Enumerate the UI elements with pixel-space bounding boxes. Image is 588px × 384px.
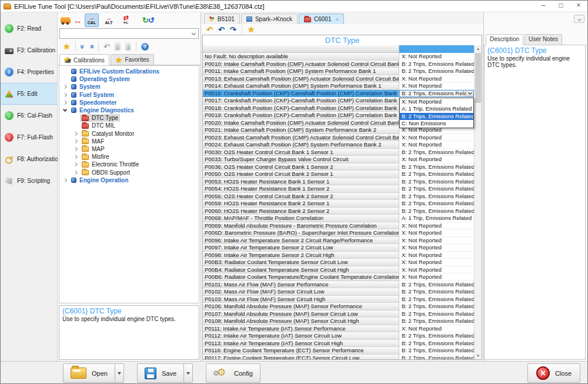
tab-favorites[interactable]: ★Favorites [111, 54, 154, 65]
dtc-row-label[interactable]: P0097: Intake Air Temperature Sensor 2 C… [203, 244, 399, 252]
tree-item-dtc-mil[interactable]: DTC MIL [59, 122, 199, 129]
tree-item-map[interactable]: MAP [59, 145, 199, 153]
dtc-row[interactable]: P0108: Manifold Absolute Pressure (MAP) … [203, 318, 474, 325]
dtc-row-value[interactable]: X: Not Reported [399, 273, 474, 281]
dtc-row-label[interactable]: P0016: Crankshaft Position (CKP)-Camshaf… [203, 90, 399, 98]
grid-header-label-column[interactable] [203, 45, 399, 53]
dtc-row-value[interactable]: B: 2 Trips, Emissions Related [399, 340, 474, 348]
grid-header-value-column[interactable]: . [399, 45, 474, 53]
calibration-search-combobox[interactable] [59, 28, 199, 39]
tree-item-efilive-custom-calibrations[interactable]: EFILive Custom Calibrations [59, 68, 199, 75]
compare-plusminus-button[interactable]: ⇄ +/- [119, 14, 133, 27]
dtc-row-value[interactable]: X: Not Reported [399, 156, 474, 163]
tree-item-electronic-throttle[interactable]: Electronic Throttle [59, 161, 199, 168]
dtc-row[interactable]: P0011: Intake Camshaft Position (CMP) Sy… [203, 68, 474, 75]
dtc-row-value[interactable]: B: 2 Trips, Emissions Related [399, 163, 474, 171]
dtc-row-label[interactable]: P0098: Intake Air Temperature Sensor 2 C… [203, 252, 399, 259]
dtc-row-value[interactable]: X: Not Reported [399, 222, 474, 230]
tree-item-fuel-system[interactable]: Fuel System [59, 91, 199, 99]
tree-item-speedometer[interactable]: Speedometer [59, 99, 199, 106]
dtc-row-value[interactable]: X: Not Reported [399, 141, 474, 149]
sidebar-item-f4-properties[interactable]: F4: Properties [1, 61, 57, 83]
dtc-row[interactable]: P0036: O2S Heater Control Circuit Bank 1… [203, 163, 474, 171]
dtc-row-value[interactable]: X: Not Reported [399, 252, 474, 259]
tree-item-engine-operation[interactable]: Engine Operation [59, 176, 199, 184]
scrollbar-thumb[interactable] [475, 53, 481, 103]
alt-view-button[interactable]: → ALT [102, 14, 116, 27]
dtc-row-label[interactable]: P006D: Barometric Pressure (BARO) - Supe… [203, 229, 399, 237]
dtc-row-value[interactable]: B: 2 Trips, Emissions Related [399, 171, 474, 178]
dtc-row-label[interactable]: P0111: Intake Air Temperature (IAT) Sens… [203, 325, 399, 333]
close-button[interactable]: Close [527, 363, 580, 383]
cal-view-button[interactable]: → CAL [85, 14, 99, 27]
dropdown-option[interactable]: C: Non Emissions [400, 120, 473, 128]
dtc-row[interactable]: P00B4: Radiator Coolant Temperature Sens… [203, 266, 474, 274]
scroll-up-icon[interactable]: ▲ [475, 45, 482, 52]
dtc-row-value[interactable]: X: Not Reported [399, 259, 474, 266]
dtc-row[interactable]: P0033: Turbo/Super Charger Bypass Valve … [203, 156, 474, 163]
favorites-star-icon[interactable]: ★ [248, 25, 255, 34]
dtc-row-value[interactable]: X: Not Reported [399, 237, 474, 245]
dtc-row[interactable]: P0112: Intake Air Temperature (IAT) Sens… [203, 332, 474, 340]
dtc-row-label[interactable]: P0103: Mass Air Flow (MAF) Sensor Circui… [203, 296, 399, 303]
dtc-row-label[interactable]: P00B4: Radiator Coolant Temperature Sens… [203, 266, 399, 274]
dtc-row-value[interactable]: B: 2 Trips, Emissions Related [399, 68, 474, 75]
close-tab-icon[interactable]: × [335, 16, 338, 22]
dtc-row-value[interactable]: B: 2 Trips, Emissions Related [399, 208, 474, 215]
dtc-row[interactable]: P0113: Intake Air Temperature (IAT) Sens… [203, 340, 474, 348]
dtc-type-combobox[interactable]: B: 2 Trips, Emissions Related [399, 90, 474, 98]
copy-to-tune-icon[interactable]: ↓ [115, 42, 121, 51]
dtc-row[interactable]: P0068: MAP/MAF - Throttle Position Corre… [203, 215, 474, 222]
chevron-down-icon[interactable] [466, 91, 473, 97]
dtc-row[interactable]: P006D: Barometric Pressure (BARO) - Supe… [203, 229, 474, 237]
tree-item-operating-system[interactable]: Operating System [59, 75, 199, 83]
dtc-row-label[interactable]: P0112: Intake Air Temperature (IAT) Sens… [203, 332, 399, 340]
tab-user-notes[interactable]: User Notes [524, 34, 562, 45]
dtc-row[interactable]: P0117: Engine Coolant Temperature (ECT) … [203, 355, 474, 360]
dtc-row-label[interactable]: No Fault: No description available [203, 53, 399, 61]
dtc-row-label[interactable]: P0107: Manifold Absolute Pressure (MAP) … [203, 310, 399, 318]
dtc-row-value[interactable]: B: 2 Trips, Emissions Related [399, 193, 474, 201]
dtc-row-label[interactable]: P0102: Mass Air Flow (MAF) Sensor Circui… [203, 288, 399, 296]
sidebar-item-f8-authorization[interactable]: F8: Authorization [1, 148, 57, 170]
dtc-row-value[interactable]: X: Not Reported [399, 53, 474, 61]
tab-description[interactable]: Description [486, 34, 523, 45]
dtc-row[interactable]: P0116: Engine Coolant Temperature (ECT) … [203, 347, 474, 355]
sidebar-item-f7-full-flash[interactable]: F7: Full-Flash [1, 126, 57, 148]
close-window-button[interactable]: × [570, 1, 587, 12]
dtc-row-label[interactable]: P0054: HO2S Heater Resistance Bank 1 Sen… [203, 185, 399, 193]
dtc-row[interactable]: P0024: Exhaust Camshaft Position (CMP) S… [203, 141, 474, 149]
dtc-row[interactable]: P0059: HO2S Heater Resistance Bank 2 Sen… [203, 200, 474, 208]
dropdown-option[interactable]: X: Not Reported [400, 98, 473, 106]
dtc-row[interactable]: P0014: Exhaust Camshaft Position (CMP) S… [203, 82, 474, 90]
tab-calibrations[interactable]: Calibrations [59, 54, 109, 65]
dtc-row-value[interactable]: B: 2 Trips, Emissions Related [399, 318, 474, 325]
dtc-row-label[interactable]: P00B6: Radiator Coolant Temperature/Engi… [203, 273, 399, 281]
dtc-row[interactable]: P0102: Mass Air Flow (MAF) Sensor Circui… [203, 288, 474, 296]
undo-icon[interactable]: ↶ [103, 42, 110, 51]
save-dropdown-button[interactable] [184, 363, 193, 383]
dtc-row[interactable]: P0101: Mass Air Flow (MAF) Sensor Perfor… [203, 281, 474, 289]
dtc-row-label[interactable]: P0010: Intake Camshaft Position (CMP) Ac… [203, 61, 399, 68]
dtc-row[interactable]: P0107: Manifold Absolute Pressure (MAP) … [203, 310, 474, 318]
tree-item-maf[interactable]: MAF [59, 138, 199, 145]
dtc-row[interactable]: P0054: HO2S Heater Resistance Bank 1 Sen… [203, 185, 474, 193]
dtc-row-label[interactable]: P0036: O2S Heater Control Circuit Bank 1… [203, 163, 399, 171]
dtc-row-label[interactable]: P0014: Exhaust Camshaft Position (CMP) S… [203, 82, 399, 90]
dtc-row-value[interactable]: X: Not Reported [399, 244, 474, 252]
dtc-row-value[interactable]: X: Not Reported [399, 325, 474, 333]
dtc-row-label[interactable]: P0068: MAP/MAF - Throttle Position Corre… [203, 215, 399, 222]
dropdown-option[interactable]: B: 2 Trips, Emissions Related [400, 113, 473, 121]
sidebar-item-f3-calibration[interactable]: F3: Calibration [1, 39, 57, 61]
dtc-row-label[interactable]: P0024: Exhaust Camshaft Position (CMP) S… [203, 141, 399, 149]
dtc-row-label[interactable]: P0060: HO2S Heater Resistance Bank 2 Sen… [203, 208, 399, 215]
dtc-row[interactable]: P0056: O2S Heater Control Circuit Bank 2… [203, 193, 474, 201]
dtc-row-value[interactable]: B: 2 Trips, Emissions Related [399, 355, 474, 360]
dtc-row-value[interactable]: B: 2 Trips, Emissions Related [399, 90, 474, 98]
dtc-row-value[interactable]: X: Not Reported [399, 75, 474, 83]
dtc-row-value[interactable]: B: 2 Trips, Emissions Related [399, 347, 474, 355]
scroll-down-icon[interactable]: ▼ [475, 352, 482, 359]
tree-item-engine-diagnostics[interactable]: Engine Diagnostics [59, 106, 199, 114]
dtc-row-label[interactable]: P0023: Exhaust Camshaft Position (CMP) A… [203, 134, 399, 142]
dtc-row-value[interactable]: X: Not Reported [399, 134, 474, 142]
